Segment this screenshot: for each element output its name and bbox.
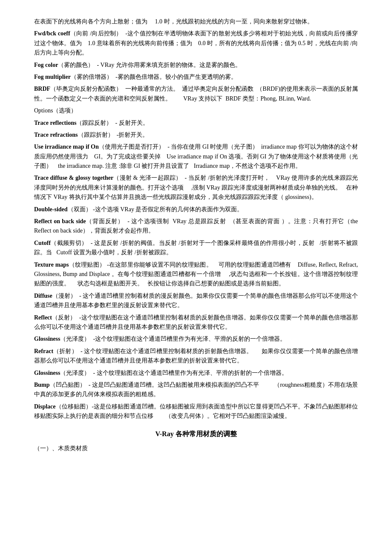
paragraph-p20: Bump（凹凸贴图） - 这是凹凸贴图通道凹槽。这凹凸贴图被用来模拟表面的凹凸不… [34, 380, 358, 400]
paragraph-p21: Displace（位移贴图）-这是位移贴图通道凹槽。位移贴图被应用到表面造型中所… [34, 402, 358, 421]
paragraph-p17: Glossiness（光泽度） -这个纹理贴图在这个通道凹槽里作为有光泽、平滑的… [34, 334, 358, 344]
paragraph-p9: Use irradiance map if On（使用光子图是否打开） - 当你… [34, 142, 358, 171]
paragraph-p5: BRDF（毕奥定向反射分配函数） 一种最通常的方法。 通过毕奥定向反射分配函数 … [34, 84, 358, 104]
paragraph-p18: Refract（折射） - 这个纹理贴图在这个通道凹槽里控制着材质的折射颜色倍增… [34, 347, 358, 366]
paragraph-p14: Texture maps（纹理贴图） -在这部里你能够设置不同的纹理贴图。 可用… [34, 260, 358, 289]
paragraph-p8: Trace refractions（跟踪折射） -折射开关。 [34, 130, 358, 140]
paragraph-p1: 在表面下的光线将向各个方向上散射；值为 1.0 时，光线跟初始光线的方向一至，同… [34, 17, 358, 26]
main-content: 在表面下的光线将向各个方向上散射；值为 1.0 时，光线跟初始光线的方向一至，同… [34, 17, 358, 453]
paragraph-p6: Options（选项） [34, 106, 358, 115]
paragraph-p10: Trace diffuse & glossy together（漫射 & 光泽一… [34, 173, 358, 202]
paragraph-p7: Trace reflections（跟踪反射） - 反射开关。 [34, 118, 358, 128]
paragraph-p16: Reflect（反射） -这个纹理贴图在这个通道凹槽里控制着材质的反射颜色倍增器… [34, 313, 358, 332]
paragraph-p22: （一）、木质类材质 [34, 444, 358, 453]
paragraph-p11: Double-sided（双面） -这个选项 VRay 是否假定所有的几何体的表… [34, 205, 358, 214]
paragraph-p12: Reflect on back side（背面反射） - 这个选项强制 VRay… [34, 217, 358, 236]
paragraph-p2: Fwd/bck coeff（向前 /向后控制） -这个值控制在半透明物体表面下的… [34, 29, 358, 58]
paragraph-p3: Fog color（雾的颜色） - VRay 允许你用雾来填充折射的物体。这是雾… [34, 60, 358, 70]
paragraph-p4: Fog multiplier（雾的倍增器） -雾的颜色倍增器。较小的值产生更透明… [34, 72, 358, 82]
page-container: 在表面下的光线将向各个方向上散射；值为 1.0 时，光线跟初始光线的方向一至，同… [0, 0, 392, 555]
paragraph-p13: Cutoff（截频剪切） - 这是反射 /折射的阀值。当反射 /折射对于一个图像… [34, 239, 358, 258]
section-title: V-Ray 各种常用材质的调整 [34, 428, 358, 440]
paragraph-p15: Diffuse（漫射） - 这个通道凹槽里控制着材质的漫反射颜色。如果你仅仅需要… [34, 291, 358, 311]
paragraph-p19: Glossiness（光泽度） - 这个纹理贴图在这个通道凹槽里作为有光泽、平滑… [34, 368, 358, 378]
